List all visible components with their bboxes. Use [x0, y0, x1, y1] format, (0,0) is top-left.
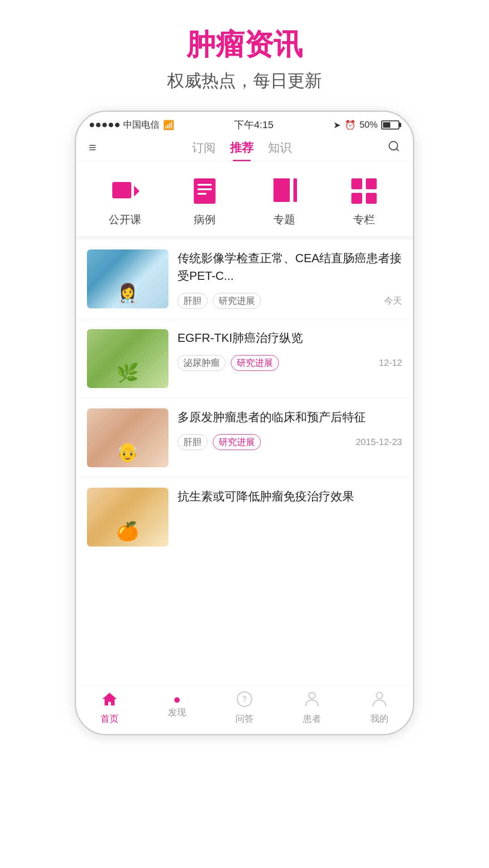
svg-point-0 [389, 141, 398, 150]
svg-rect-5 [197, 184, 212, 186]
svg-rect-7 [197, 193, 206, 195]
bottom-tab-label-home: 首页 [101, 713, 119, 725]
tag-liver: 肝胆 [177, 293, 207, 309]
carrier-label: 中国电信 [123, 119, 159, 131]
tag-research-2: 研究进展 [231, 355, 279, 371]
battery-icon [381, 120, 399, 129]
svg-rect-11 [351, 178, 362, 189]
article-title-3: 多原发肿瘤患者的临床和预产后特征 [177, 408, 402, 426]
article-meta-2: 泌尿肿瘤 研究进展 12-12 [177, 355, 402, 371]
battery-percent: 50% [360, 120, 378, 130]
tag-research-1: 研究进展 [213, 293, 261, 309]
article-thumb-1 [87, 249, 168, 308]
article-title-1: 传统影像学检查正常、CEA结直肠癌患者接受PET-C... [177, 249, 402, 285]
question-icon: ? [236, 691, 253, 711]
search-icon[interactable] [388, 140, 400, 161]
svg-rect-12 [366, 178, 377, 189]
bottom-tab-label-patient: 患者 [303, 713, 321, 725]
svg-rect-13 [351, 193, 362, 204]
article-content-4: 抗生素或可降低肿瘤免疫治疗效果 [177, 488, 402, 505]
signal-dots [90, 123, 120, 127]
article-date-2: 12-12 [379, 358, 402, 368]
status-left: 中国电信 📶 [90, 119, 174, 131]
tab-knowledge[interactable]: 知识 [268, 140, 292, 161]
patient-icon [304, 691, 320, 711]
article-meta-1: 肝胆 研究进展 今天 [177, 293, 402, 309]
article-title-4: 抗生素或可降低肿瘤免疫治疗效果 [177, 488, 402, 505]
article-item-1[interactable]: 传统影像学检查正常、CEA结直肠癌患者接受PET-C... 肝胆 研究进展 今天 [76, 240, 413, 319]
mine-icon [371, 691, 388, 711]
discover-dot [174, 697, 180, 703]
grid-icon [346, 175, 382, 207]
wifi-icon: 📶 [163, 120, 174, 130]
location-icon: ➤ [333, 120, 341, 130]
svg-marker-3 [134, 186, 139, 197]
nav-tabs: 订阅 推荐 知识 [192, 140, 292, 161]
page-title: 肿瘤资讯 [167, 27, 322, 62]
page-header: 肿瘤资讯 权威热点，每日更新 [167, 27, 322, 92]
bottom-tab-home[interactable]: 首页 [76, 691, 144, 725]
bottom-tabs: 首页 发现 ? 问答 患者 [76, 685, 413, 734]
article-list: 传统影像学检查正常、CEA结直肠癌患者接受PET-C... 肝胆 研究进展 今天… [76, 240, 413, 685]
tag-liver-3: 肝胆 [177, 434, 207, 450]
menu-icon[interactable]: ≡ [89, 140, 96, 160]
bottom-tab-discover[interactable]: 发现 [144, 697, 211, 719]
svg-rect-16 [351, 189, 377, 193]
category-label-open-course: 公开课 [109, 212, 141, 227]
article-thumb-2 [87, 329, 168, 388]
category-label-case: 病例 [194, 212, 216, 227]
bottom-tab-label-mine: 我的 [370, 713, 388, 725]
book-icon [187, 175, 223, 207]
category-row: 公开课 病例 专题 [76, 162, 413, 240]
time-label: 下午4:15 [234, 118, 273, 132]
svg-line-1 [396, 149, 398, 151]
svg-point-20 [376, 692, 383, 699]
svg-rect-10 [293, 178, 297, 202]
bottom-tab-mine[interactable]: 我的 [345, 691, 413, 725]
tag-research-3: 研究进展 [213, 434, 261, 450]
bottom-tab-question[interactable]: ? 问答 [211, 691, 278, 725]
phone-frame: 中国电信 📶 下午4:15 ➤ ⏰ 50% ≡ 订阅 推荐 知识 [75, 110, 414, 735]
nav-bar: ≡ 订阅 推荐 知识 [76, 135, 413, 162]
svg-rect-2 [112, 182, 131, 198]
category-label-topic: 专题 [273, 212, 295, 227]
svg-rect-14 [366, 193, 377, 204]
article-title-2: EGFR-TKI肺癌治疗纵览 [177, 329, 402, 347]
tag-urology: 泌尿肿瘤 [177, 355, 225, 371]
home-icon [101, 691, 118, 711]
article-item-4[interactable]: 抗生素或可降低肿瘤免疫治疗效果 [76, 478, 413, 556]
tab-subscribe[interactable]: 订阅 [192, 140, 216, 161]
article-content-2: EGFR-TKI肺癌治疗纵览 泌尿肿瘤 研究进展 12-12 [177, 329, 402, 371]
svg-point-19 [309, 692, 315, 699]
bottom-tab-patient[interactable]: 患者 [278, 691, 345, 725]
svg-text:?: ? [242, 695, 247, 704]
article-item-2[interactable]: EGFR-TKI肺癌治疗纵览 泌尿肿瘤 研究进展 12-12 [76, 319, 413, 398]
page-subtitle: 权威热点，每日更新 [167, 69, 322, 92]
video-icon [107, 175, 143, 207]
alarm-icon: ⏰ [345, 120, 356, 130]
article-content-1: 传统影像学检查正常、CEA结直肠癌患者接受PET-C... 肝胆 研究进展 今天 [177, 249, 402, 309]
article-thumb-4 [87, 488, 168, 547]
bookmark-icon [266, 175, 302, 207]
status-bar: 中国电信 📶 下午4:15 ➤ ⏰ 50% [76, 112, 413, 135]
category-topic[interactable]: 专题 [266, 175, 302, 227]
article-item-3[interactable]: 多原发肿瘤患者的临床和预产后特征 肝胆 研究进展 2015-12-23 [76, 398, 413, 478]
svg-rect-4 [194, 178, 216, 204]
category-column[interactable]: 专栏 [346, 175, 382, 227]
category-label-column: 专栏 [353, 212, 375, 227]
status-right: ➤ ⏰ 50% [333, 120, 399, 130]
article-date-1: 今天 [384, 295, 402, 307]
bottom-tab-label-discover: 发现 [168, 706, 186, 719]
tab-recommend[interactable]: 推荐 [230, 140, 254, 161]
bottom-tab-label-question: 问答 [235, 713, 254, 725]
article-meta-3: 肝胆 研究进展 2015-12-23 [177, 434, 402, 450]
category-open-course[interactable]: 公开课 [107, 175, 143, 227]
category-case[interactable]: 病例 [187, 175, 223, 227]
article-date-3: 2015-12-23 [356, 437, 402, 447]
article-thumb-3 [87, 408, 168, 467]
article-content-3: 多原发肿瘤患者的临床和预产后特征 肝胆 研究进展 2015-12-23 [177, 408, 402, 450]
svg-rect-6 [197, 188, 212, 190]
